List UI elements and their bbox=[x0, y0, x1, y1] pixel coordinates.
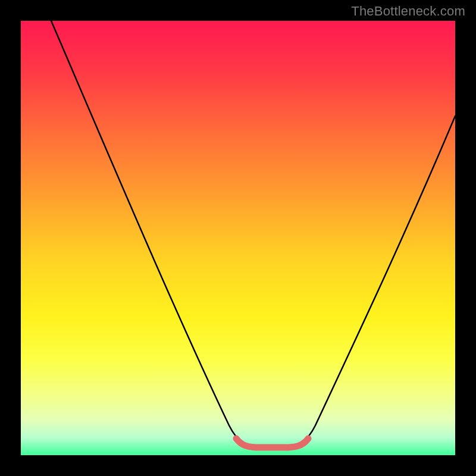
bottleneck-curve bbox=[51, 21, 455, 446]
optimal-range-highlight bbox=[236, 439, 308, 447]
watermark-text: TheBottleneck.com bbox=[351, 4, 465, 19]
chart-frame: TheBottleneck.com bbox=[0, 0, 476, 476]
chart-svg bbox=[21, 21, 455, 455]
chart-plot-area bbox=[21, 21, 455, 455]
